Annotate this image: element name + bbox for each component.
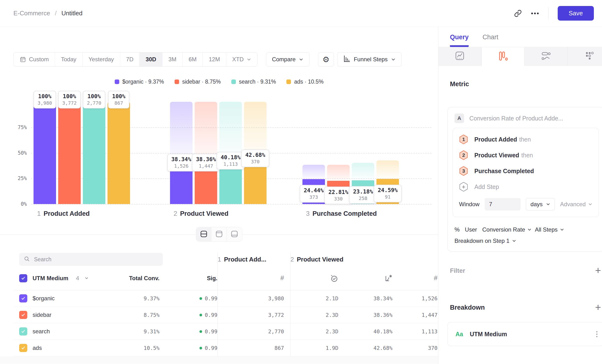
- metric-type-dropdown[interactable]: Conversion Rate: [482, 226, 532, 233]
- query-step-2[interactable]: 2Product Viewed then: [459, 147, 592, 163]
- total-conv-column-header[interactable]: Total Conv.: [92, 275, 160, 282]
- date-range-12m[interactable]: 12M: [203, 53, 226, 66]
- date-range-6m[interactable]: 6M: [183, 53, 203, 66]
- layout-table-only-button[interactable]: [227, 227, 242, 241]
- compare-button[interactable]: Compare: [266, 52, 310, 67]
- funnel-bar-ads[interactable]: 42.68%370: [244, 102, 267, 204]
- tab-query[interactable]: Query: [450, 33, 469, 47]
- y-axis-tick: 25%: [9, 176, 27, 181]
- breadcrumb-board[interactable]: E-Commerce: [13, 10, 50, 17]
- row-total-conv: 10.5%: [92, 345, 160, 351]
- date-range-3m[interactable]: 3M: [162, 53, 183, 66]
- legend-item-organic[interactable]: $organic · 9.37%: [115, 79, 164, 85]
- window-unit-dropdown[interactable]: days: [526, 198, 555, 211]
- more-menu-button[interactable]: [531, 11, 539, 16]
- breadcrumb-separator: /: [55, 10, 56, 17]
- tab-chart[interactable]: Chart: [483, 33, 498, 47]
- report-type-retention[interactable]: [568, 47, 602, 66]
- window-value-input[interactable]: [485, 198, 521, 211]
- bar-value-box: 100%3,980: [33, 91, 56, 108]
- date-range-30d[interactable]: 30D: [140, 53, 162, 66]
- row-checkbox[interactable]: [19, 294, 27, 302]
- funnel-bar-search[interactable]: 100%2,770: [83, 102, 105, 204]
- layout-split-button[interactable]: [196, 227, 211, 241]
- date-range-custom[interactable]: Custom: [14, 53, 55, 66]
- chart-type-dropdown[interactable]: Funnel Steps: [337, 52, 401, 67]
- table-row-search[interactable]: search9.31%0.992,7702.3D40.18%1,113: [13, 323, 438, 340]
- filter-heading: Filter: [450, 267, 465, 274]
- layout-chart-only-button[interactable]: [211, 227, 227, 241]
- funnel-bar-fill: [108, 102, 130, 204]
- date-range-xtd[interactable]: XTD: [226, 53, 257, 66]
- avg-time-column-icon[interactable]: [290, 274, 338, 282]
- metric-card: A Conversion Rate of Product Adde... 1Pr…: [448, 107, 602, 252]
- legend-item-search[interactable]: search · 9.31%: [231, 79, 276, 85]
- step-number-hexagon: 3: [459, 166, 468, 176]
- chevron-down-icon[interactable]: [85, 276, 89, 280]
- report-title[interactable]: Untitled: [61, 10, 82, 17]
- save-button[interactable]: Save: [558, 6, 594, 21]
- kebab-menu-icon[interactable]: [596, 331, 597, 337]
- report-type-flows[interactable]: [524, 47, 567, 66]
- copy-link-button[interactable]: [514, 10, 522, 17]
- step2-column-group[interactable]: 2Product Viewed: [290, 256, 343, 263]
- bar-count-label: 330: [328, 196, 348, 202]
- add-step-button[interactable]: + Add Step: [459, 179, 592, 195]
- funnel-bar-search[interactable]: 40.18%1,113: [219, 102, 242, 204]
- table-search[interactable]: [19, 253, 163, 266]
- row-checkbox[interactable]: [19, 327, 27, 335]
- breakdown-count: 4: [76, 275, 79, 282]
- entity-selector[interactable]: User: [465, 226, 477, 233]
- step1-column-group[interactable]: 1Product Add...: [218, 256, 266, 263]
- breakdown-column-header[interactable]: UTM Medium: [32, 275, 68, 282]
- chevron-down-icon: [560, 227, 564, 232]
- previous-step-ghost: [376, 161, 399, 179]
- legend-label: $organic · 9.37%: [122, 79, 164, 85]
- search-input[interactable]: [33, 256, 158, 263]
- row-conv-rate: 38.34%: [338, 296, 392, 301]
- breakdown-on-step-dropdown[interactable]: Breakdown on Step 1: [448, 235, 602, 251]
- query-step-1[interactable]: 1Product Added then: [459, 131, 592, 147]
- query-step-3[interactable]: 3Purchase Completed: [459, 163, 592, 179]
- funnel-bar-organic[interactable]: 38.34%1,526: [170, 102, 193, 204]
- table-row-organic[interactable]: $organic9.37%0.993,9802.1D38.34%1,526: [13, 290, 438, 307]
- metric-row[interactable]: A Conversion Rate of Product Adde...: [448, 107, 602, 127]
- legend-item-ads[interactable]: ads · 10.5%: [286, 79, 323, 85]
- chevron-down-icon: [299, 57, 303, 62]
- funnel-bar-ads[interactable]: 24.59%91: [376, 102, 399, 204]
- report-type-funnels[interactable]: [481, 47, 524, 66]
- breakdown-item[interactable]: Aa UTM Medium: [448, 322, 602, 346]
- funnel-bar-sidebar[interactable]: 38.36%1,447: [195, 102, 217, 204]
- gear-icon: ⚙: [322, 55, 330, 64]
- row-checkbox[interactable]: [19, 311, 27, 319]
- legend-item-sidebar[interactable]: sidebar · 8.75%: [175, 79, 221, 85]
- steps-scope-dropdown[interactable]: All Steps: [535, 226, 564, 233]
- date-range-today[interactable]: Today: [55, 53, 83, 66]
- conv-rate-column-icon[interactable]: [338, 274, 392, 282]
- date-range-7d[interactable]: 7D: [120, 53, 140, 66]
- select-all-checkbox[interactable]: [19, 274, 27, 282]
- funnel-bar-sidebar[interactable]: 100%3,772: [58, 102, 81, 204]
- add-filter-button[interactable]: +: [595, 266, 601, 276]
- report-type-insights[interactable]: [439, 47, 481, 66]
- count-column-icon[interactable]: #: [280, 274, 284, 282]
- advanced-toggle[interactable]: Advanced: [560, 201, 592, 208]
- date-range-yesterday[interactable]: Yesterday: [83, 53, 120, 66]
- funnel-bar-ads[interactable]: 100%867: [108, 102, 130, 204]
- add-breakdown-button[interactable]: +: [595, 302, 601, 312]
- funnel-bar-search[interactable]: 23.18%258: [352, 102, 374, 204]
- count-column-icon[interactable]: #: [434, 274, 438, 282]
- funnel-bar-organic[interactable]: 100%3,980: [33, 102, 56, 204]
- row-checkbox[interactable]: [19, 344, 27, 352]
- conversion-window-row: Window days Advanced: [459, 198, 592, 211]
- table-row-sidebar[interactable]: sidebar8.75%0.993,7722.3D38.36%1,447: [13, 307, 438, 323]
- legend-swatch: [286, 79, 291, 84]
- funnel-bar-organic[interactable]: 24.44%373: [302, 102, 325, 204]
- chart-settings-button[interactable]: ⚙: [318, 52, 334, 67]
- split-view-icon: [200, 230, 208, 239]
- bar-value-box: 24.59%91: [374, 185, 402, 202]
- funnel-bar-sidebar[interactable]: 22.81%330: [327, 102, 350, 204]
- sig-column-header[interactable]: Sig.: [160, 275, 217, 282]
- table-row-ads[interactable]: ads10.5%0.998671.9D42.68%370: [13, 340, 438, 356]
- percent-prefix[interactable]: %: [454, 226, 460, 233]
